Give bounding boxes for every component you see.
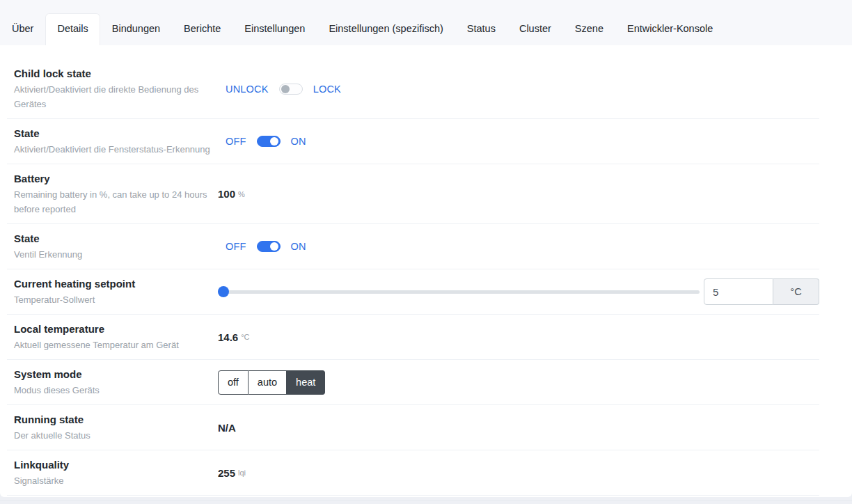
setting-description: Signalstärke: [14, 473, 212, 488]
toggle-knob: [270, 137, 278, 145]
tab-status[interactable]: Status: [455, 13, 507, 45]
setting-description: Remaining battery in %, can take up to 2…: [14, 187, 212, 216]
setting-label: Local temperatureAktuell gemessene Tempe…: [14, 322, 212, 352]
setting-description: Ventil Erkennung: [14, 247, 212, 262]
setting-label: System modeModus dieses Geräts: [14, 367, 212, 397]
toggle-off-label[interactable]: UNLOCK: [226, 84, 269, 95]
setting-label: Current heating setpointTemperatur-Sollw…: [14, 276, 212, 307]
toggle-on-label[interactable]: ON: [291, 241, 306, 252]
tab-berichte[interactable]: Berichte: [172, 13, 232, 45]
setting-row-running-state: Running stateDer aktuelle StatusN/A: [7, 405, 819, 450]
setting-label: Child lock stateAktiviert/Deaktiviert di…: [14, 66, 212, 111]
setting-label: StateAktiviert/Deaktiviert die Fensterst…: [14, 126, 212, 157]
setting-title: Current heating setpoint: [14, 276, 212, 291]
toggle-off-label[interactable]: OFF: [226, 241, 246, 252]
settings-list: Child lock stateAktiviert/Deaktiviert di…: [7, 45, 819, 496]
setting-value-area: 14.6°C: [218, 331, 819, 343]
setting-label: LinkqualitySignalstärke: [14, 457, 212, 488]
setting-row-local-temperature: Local temperatureAktuell gemessene Tempe…: [7, 315, 819, 360]
setting-value-area: °C: [218, 278, 819, 305]
value-unit: lqi: [238, 468, 246, 477]
setting-value-area: offautoheat: [218, 370, 819, 395]
setting-title: Local temperature: [14, 322, 212, 336]
setting-description: Aktuell gemessene Temperatur am Gerät: [14, 338, 212, 352]
toggle-on-label[interactable]: LOCK: [313, 84, 341, 95]
setting-label: BatteryRemaining battery in %, can take …: [14, 171, 212, 216]
setpoint-input-group: °C: [704, 278, 819, 305]
value-unit: °C: [241, 333, 249, 341]
tab-über[interactable]: Über: [0, 13, 45, 45]
setting-value-area: 255lqi: [218, 467, 819, 479]
tab-details[interactable]: Details: [45, 13, 100, 45]
value-unit: %: [238, 190, 245, 198]
setting-description: Aktiviert/Deaktiviert die direkte Bedien…: [14, 82, 212, 111]
tab-szene[interactable]: Szene: [563, 13, 615, 45]
setting-description: Modus dieses Geräts: [14, 383, 212, 397]
setting-row-battery: BatteryRemaining battery in %, can take …: [7, 164, 819, 224]
setting-title: Linkquality: [14, 457, 212, 472]
toggle-off-label[interactable]: OFF: [226, 136, 246, 147]
setting-label: Running stateDer aktuelle Status: [14, 412, 212, 443]
setting-row-current-heating-setpoint: Current heating setpointTemperatur-Sollw…: [7, 269, 819, 315]
mode-button-off[interactable]: off: [218, 370, 248, 395]
toggle-on-label[interactable]: ON: [291, 136, 306, 147]
setting-value-area: OFFON: [218, 241, 819, 252]
setting-title: Battery: [14, 171, 212, 186]
tab-einstellungen[interactable]: Einstellungen: [232, 13, 317, 45]
setting-title: State: [14, 126, 212, 141]
tab-bar: ÜberDetailsBindungenBerichteEinstellunge…: [0, 0, 852, 45]
slider-track: [218, 290, 700, 294]
setpoint-unit-addon: °C: [773, 278, 819, 305]
toggle-control: OFFON: [226, 136, 306, 147]
card-bottom-divider: [0, 500, 852, 501]
setting-description: Aktiviert/Deaktiviert die Fensterstatus-…: [14, 142, 212, 157]
system-mode-button-group: offautoheat: [218, 370, 325, 395]
setting-row-system-mode: System modeModus dieses Gerätsoffautohea…: [7, 360, 819, 405]
setting-value-area: UNLOCKLOCK: [218, 84, 819, 95]
value-text: N/A: [218, 422, 236, 434]
setting-row-child-lock-state: Child lock stateAktiviert/Deaktiviert di…: [7, 59, 819, 119]
toggle-control: UNLOCKLOCK: [226, 84, 341, 95]
setting-title: Child lock state: [14, 66, 212, 81]
slider-thumb[interactable]: [218, 286, 229, 297]
toggle-knob: [270, 242, 278, 251]
tab-cluster[interactable]: Cluster: [507, 13, 563, 45]
setting-value-area: N/A: [218, 422, 819, 434]
tab-entwickler-konsole[interactable]: Entwickler-Konsole: [615, 13, 725, 45]
mode-button-heat[interactable]: heat: [287, 370, 325, 395]
setting-value-area: 100%: [218, 188, 819, 200]
toggle-control: OFFON: [226, 241, 306, 252]
value-text: 255: [218, 467, 235, 479]
device-details-card: ÜberDetailsBindungenBerichteEinstellunge…: [0, 0, 852, 497]
toggle-switch[interactable]: [279, 84, 303, 95]
setting-description: Temperatur-Sollwert: [14, 292, 212, 307]
setting-title: State: [14, 231, 212, 246]
setting-value-area: OFFON: [218, 136, 819, 147]
mode-button-auto[interactable]: auto: [248, 370, 287, 395]
value-text: 14.6: [218, 331, 238, 343]
setting-description: Der aktuelle Status: [14, 428, 212, 443]
value-text: 100: [218, 188, 235, 200]
slider-input-control: °C: [218, 278, 819, 305]
setpoint-slider[interactable]: [218, 286, 700, 297]
setting-row-linkquality: LinkqualitySignalstärke255lqi: [7, 450, 819, 496]
toggle-switch[interactable]: [257, 136, 281, 147]
setting-row-state: StateVentil ErkennungOFFON: [7, 224, 819, 269]
toggle-switch[interactable]: [257, 241, 281, 252]
toggle-knob: [281, 85, 290, 93]
tab-bindungen[interactable]: Bindungen: [100, 13, 172, 45]
setpoint-input[interactable]: [704, 278, 773, 305]
setting-title: System mode: [14, 367, 212, 381]
setting-title: Running state: [14, 412, 212, 427]
setting-row-state: StateAktiviert/Deaktiviert die Fensterst…: [7, 119, 819, 164]
tab-einstellungen-spezifisch[interactable]: Einstellungen (spezifisch): [317, 13, 455, 45]
setting-label: StateVentil Erkennung: [14, 231, 212, 262]
